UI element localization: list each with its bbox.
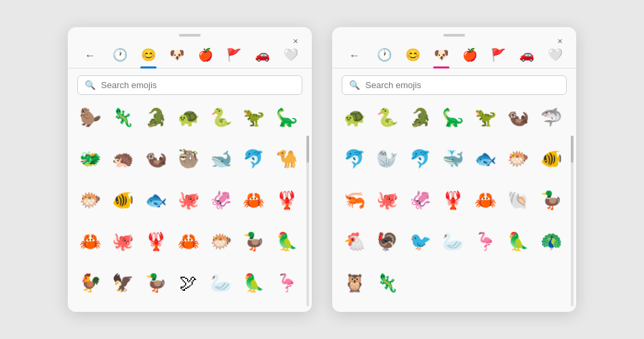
nav-tabs-2: ← 🕐 😊 🐶 🍎 🚩 🚗 🤍 (332, 41, 576, 68)
tab-recent-2[interactable]: 🕐 (371, 43, 397, 68)
emoji2-dolphin[interactable]: 🐬 (340, 144, 369, 173)
emoji-grid-2: 🐢 🐍 🐊 🦕 🦖 🦦 🦈 🐬 🦭 🐬 🐳 🐟 🐡 🐠 🦐 🐙 🦑 🦞 🦀 🐚 … (332, 100, 576, 312)
emoji2-snake[interactable]: 🐍 (373, 103, 401, 132)
emoji-lizard[interactable]: 🦎 (108, 103, 137, 132)
emoji2-shrimp[interactable]: 🦐 (340, 186, 369, 214)
emoji-grid-1: 🦫 🦎 🐊 🐢 🐍 🦖 🦕 🐲 🦔 🦦 🦥 🐋 🐬 🐪 🐡 🐠 🐟 🐙 🦑 🦀 … (68, 100, 312, 312)
tab-flags-2[interactable]: 🚩 (485, 43, 511, 68)
emoji-picker-1: × ← 🕐 😊 🐶 🍎 🚩 🚗 🤍 🔍 🦫 🦎 🐊 🐢 🐍 🦖 🦕 🐲 🦔 🦦 … (68, 27, 312, 312)
emoji2-parrot[interactable]: 🦜 (504, 228, 532, 256)
emoji-blowfish[interactable]: 🐡 (76, 186, 104, 214)
search-input-1[interactable] (101, 80, 295, 90)
emoji2-lobster[interactable]: 🦞 (439, 186, 467, 214)
drag-handle-2 (443, 34, 465, 37)
emoji-crab[interactable]: 🦀 (239, 186, 268, 214)
emoji-otter[interactable]: 🦦 (142, 144, 170, 173)
drag-handle-1 (179, 34, 201, 37)
emoji2-bird[interactable]: 🐦 (406, 228, 435, 256)
emoji-whale2[interactable]: 🐋 (207, 144, 235, 173)
emoji2-owl[interactable]: 🦉 (340, 269, 369, 298)
tab-food-2[interactable]: 🍎 (457, 43, 483, 68)
emoji-tropical-fish[interactable]: 🐠 (108, 186, 137, 214)
scrollbar-thumb-1[interactable] (306, 136, 309, 163)
search-bar-2: 🔍 (342, 75, 567, 95)
tab-food-1[interactable]: 🍎 (193, 43, 218, 68)
emoji-sloth[interactable]: 🦥 (174, 144, 203, 173)
emoji2-chicken[interactable]: 🐔 (340, 228, 369, 256)
tab-objects-2[interactable]: 🚗 (514, 43, 540, 68)
tab-flags-1[interactable]: 🚩 (221, 43, 247, 68)
emoji-picker-2: × ← 🕐 😊 🐶 🍎 🚩 🚗 🤍 🔍 🐢 🐍 🐊 🦕 🦖 🦦 🦈 🐬 🦭 🐬 … (332, 27, 576, 312)
tab-animals-2[interactable]: 🐶 (428, 43, 454, 68)
emoji-trex[interactable]: 🦖 (239, 103, 268, 132)
nav-tabs-1: ← 🕐 😊 🐶 🍎 🚩 🚗 🤍 (68, 41, 312, 68)
emoji2-blowfish[interactable]: 🐡 (504, 144, 532, 173)
emoji2-flamingo[interactable]: 🦩 (471, 228, 500, 256)
emoji2-shell[interactable]: 🐚 (504, 186, 532, 214)
emoji2-otter[interactable]: 🦦 (504, 103, 532, 132)
search-icon-1: 🔍 (85, 80, 96, 90)
emoji-squid[interactable]: 🦑 (207, 186, 235, 214)
emoji-lobster-2[interactable]: 🦞 (142, 228, 170, 256)
emoji2-seal[interactable]: 🦭 (373, 144, 401, 173)
scrollbar-1[interactable] (306, 136, 309, 306)
emoji-dragon[interactable]: 🐲 (76, 144, 104, 173)
emoji-duck2[interactable]: 🦆 (142, 269, 170, 298)
emoji2-dolphin2[interactable]: 🐬 (406, 144, 435, 173)
emoji-octopus-1[interactable]: 🐙 (174, 186, 203, 214)
emoji-duck[interactable]: 🦆 (239, 228, 268, 256)
emoji-dove[interactable]: 🕊 (174, 269, 203, 298)
title-bar-2: × (332, 27, 576, 41)
emoji-turtle[interactable]: 🐢 (174, 103, 203, 132)
emoji-flamingo[interactable]: 🦩 (273, 269, 301, 298)
emoji2-peacock[interactable]: 🦚 (537, 228, 565, 256)
emoji-dolphin[interactable]: 🐬 (239, 144, 268, 173)
emoji2-turkey[interactable]: 🦃 (373, 228, 401, 256)
scrollbar-thumb-2[interactable] (571, 136, 573, 163)
emoji-parrot-2[interactable]: 🦜 (239, 269, 268, 298)
tab-people-2[interactable]: 😊 (400, 43, 426, 68)
search-input-2[interactable] (365, 80, 559, 90)
emoji-eagle[interactable]: 🦅 (108, 269, 137, 298)
emoji2-whale[interactable]: 🐳 (439, 144, 467, 173)
tab-recent-1[interactable]: 🕐 (107, 43, 133, 68)
emoji2-duck[interactable]: 🦆 (537, 186, 565, 214)
emoji-beaver[interactable]: 🦫 (76, 103, 104, 132)
tab-people-1[interactable]: 😊 (136, 43, 161, 68)
emoji2-swan[interactable]: 🦢 (439, 228, 467, 256)
emoji-crocodile[interactable]: 🐊 (142, 103, 170, 132)
tab-animals-1[interactable]: 🐶 (164, 43, 190, 68)
emoji2-sauropod[interactable]: 🦕 (439, 103, 467, 132)
emoji-lobster-1[interactable]: 🦞 (273, 186, 301, 214)
tab-heart-2[interactable]: 🤍 (542, 43, 568, 68)
search-icon-2: 🔍 (349, 80, 360, 90)
emoji2-shark[interactable]: 🦈 (537, 103, 565, 132)
emoji2-octopus[interactable]: 🐙 (373, 186, 401, 214)
emoji2-turtle[interactable]: 🐢 (340, 103, 369, 132)
emoji2-trex[interactable]: 🦖 (471, 103, 500, 132)
emoji-parrot-1[interactable]: 🦜 (273, 228, 301, 256)
emoji-octopus-2[interactable]: 🐙 (108, 228, 137, 256)
emoji2-lizard[interactable]: 🦎 (373, 269, 401, 298)
tab-heart-1[interactable]: 🤍 (278, 43, 304, 68)
emoji2-squid[interactable]: 🦑 (406, 186, 435, 214)
search-bar-1: 🔍 (77, 75, 302, 95)
emoji-crab-sunglasses[interactable]: 🦀 (174, 228, 203, 256)
scrollbar-2[interactable] (571, 136, 573, 306)
emoji-snake[interactable]: 🐍 (207, 103, 235, 132)
back-button-1[interactable]: ← (76, 47, 104, 64)
tab-objects-1[interactable]: 🚗 (249, 43, 275, 68)
emoji-swan[interactable]: 🦢 (207, 269, 235, 298)
emoji-puffer[interactable]: 🐡 (207, 228, 235, 256)
emoji-chicken[interactable]: 🐓 (76, 269, 104, 298)
emoji-camel[interactable]: 🐪 (273, 144, 301, 173)
emoji2-crocodile[interactable]: 🐊 (406, 103, 435, 132)
emoji2-tropical-fish[interactable]: 🐠 (537, 144, 565, 173)
emoji2-fish[interactable]: 🐟 (471, 144, 500, 173)
emoji-sauropod[interactable]: 🦕 (273, 103, 301, 132)
back-button-2[interactable]: ← (340, 47, 369, 64)
emoji-hedgehog[interactable]: 🦔 (108, 144, 137, 173)
emoji-crab-2[interactable]: 🦀 (76, 228, 104, 256)
emoji2-crab[interactable]: 🦀 (471, 186, 500, 214)
emoji-fish[interactable]: 🐟 (142, 186, 170, 214)
